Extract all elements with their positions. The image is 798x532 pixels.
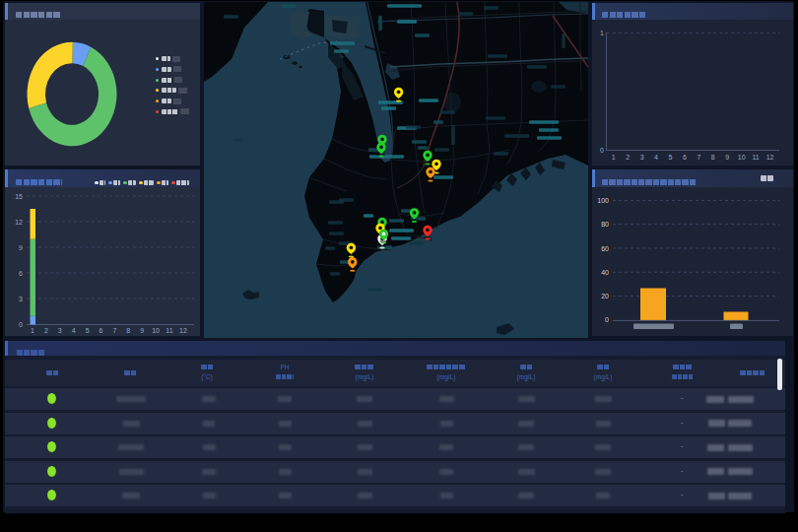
- svg-text:12: 12: [15, 219, 23, 226]
- svg-text:80: 80: [601, 221, 609, 228]
- svg-text:9: 9: [140, 327, 144, 334]
- svg-text:2: 2: [626, 154, 630, 161]
- svg-text:3: 3: [58, 327, 62, 334]
- svg-text:0: 0: [600, 147, 604, 154]
- svg-text:4: 4: [72, 327, 76, 334]
- svg-text:1: 1: [612, 154, 616, 161]
- svg-text:9: 9: [725, 154, 729, 161]
- svg-text:8: 8: [126, 327, 130, 334]
- svg-text:1: 1: [31, 327, 34, 334]
- svg-text:6: 6: [19, 270, 23, 277]
- svg-text:6: 6: [683, 154, 687, 161]
- svg-text:0: 0: [605, 316, 609, 323]
- svg-text:11: 11: [166, 327, 172, 334]
- svg-text:5: 5: [669, 154, 673, 161]
- svg-text:7: 7: [112, 327, 116, 334]
- svg-text:3: 3: [19, 296, 23, 302]
- svg-text:6: 6: [100, 327, 103, 334]
- svg-text:8: 8: [711, 154, 715, 161]
- svg-text:15: 15: [15, 193, 23, 200]
- svg-text:40: 40: [601, 269, 609, 276]
- svg-text:0: 0: [19, 321, 23, 328]
- svg-text:4: 4: [654, 154, 658, 161]
- svg-text:7: 7: [697, 154, 700, 161]
- svg-text:9: 9: [19, 244, 23, 251]
- svg-text:1: 1: [600, 30, 604, 36]
- svg-text:12: 12: [179, 327, 187, 334]
- svg-text:3: 3: [640, 154, 644, 161]
- svg-text:2: 2: [44, 327, 48, 334]
- svg-text:10: 10: [152, 327, 160, 334]
- svg-text:20: 20: [601, 293, 609, 299]
- svg-text:5: 5: [86, 327, 90, 334]
- svg-text:10: 10: [738, 154, 746, 161]
- svg-text:11: 11: [752, 154, 759, 161]
- svg-text:12: 12: [766, 154, 774, 161]
- svg-text:60: 60: [601, 245, 609, 252]
- svg-text:100: 100: [597, 197, 609, 204]
